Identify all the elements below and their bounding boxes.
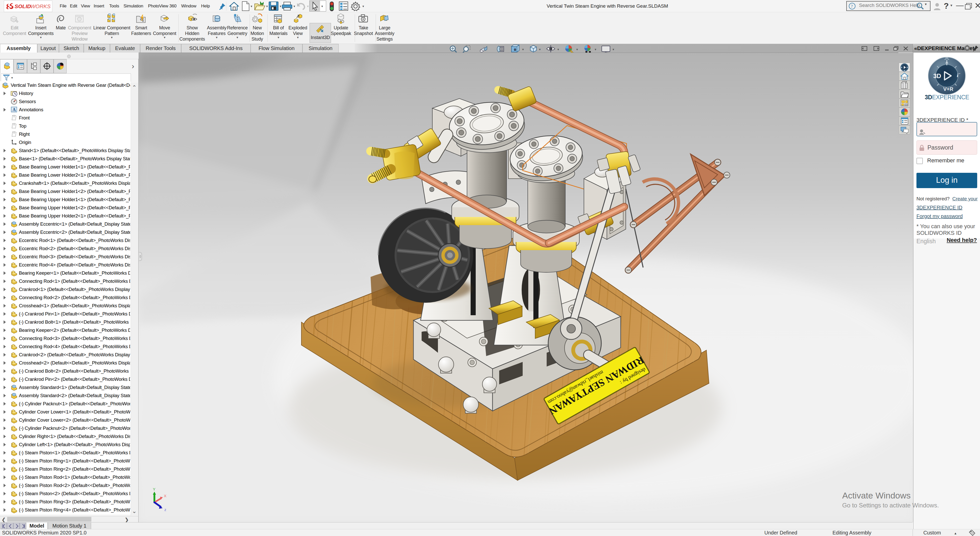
svg-text:A: A bbox=[13, 107, 16, 112]
svg-text:SOLID: SOLID bbox=[14, 3, 31, 9]
svg-text:WORKS: WORKS bbox=[30, 3, 51, 9]
svg-text:Y: Y bbox=[153, 487, 156, 491]
svg-text:3D: 3D bbox=[933, 73, 941, 80]
svg-text:i´: i´ bbox=[957, 72, 960, 78]
svg-text:V+R: V+R bbox=[943, 86, 953, 92]
svg-text:X: X bbox=[164, 494, 166, 498]
svg-text:?: ? bbox=[851, 4, 853, 9]
svg-text:z: z bbox=[164, 507, 166, 512]
